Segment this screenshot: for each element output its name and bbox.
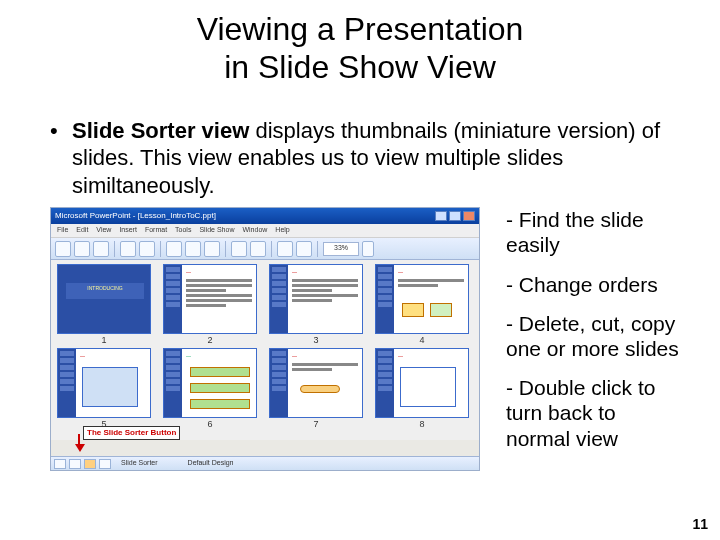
toolbar-table-icon[interactable] bbox=[277, 241, 293, 257]
thumb-num-8: 8 bbox=[375, 418, 469, 430]
thumb-num-2: 2 bbox=[163, 334, 257, 346]
thumb-2[interactable]: — bbox=[163, 264, 257, 334]
pp-statusbar: Slide Sorter Default Design bbox=[51, 456, 479, 470]
thumb-7[interactable]: — bbox=[269, 348, 363, 418]
toolbar-more-icon[interactable] bbox=[362, 241, 374, 257]
menu-edit[interactable]: Edit bbox=[76, 226, 88, 235]
menu-tools[interactable]: Tools bbox=[175, 226, 191, 235]
menu-window[interactable]: Window bbox=[242, 226, 267, 235]
normal-view-icon[interactable] bbox=[54, 459, 66, 469]
thumb-num-7: 7 bbox=[269, 418, 363, 430]
menu-slideshow[interactable]: Slide Show bbox=[199, 226, 234, 235]
content-row: Microsoft PowerPoint - [Lesson_IntroToC.… bbox=[50, 207, 680, 471]
thumb-wrap-8[interactable]: — 8 bbox=[375, 348, 469, 430]
slide-body: • Slide Sorter view displays thumbnails … bbox=[50, 117, 680, 472]
minimize-icon[interactable] bbox=[435, 211, 447, 221]
side-item-3: - Delete, cut, copy one or more slides bbox=[506, 311, 680, 361]
maximize-icon[interactable] bbox=[449, 211, 461, 221]
thumb-num-1: 1 bbox=[57, 334, 151, 346]
thumb-wrap-6[interactable]: — 6 bbox=[163, 348, 257, 430]
toolbar-save-icon[interactable] bbox=[93, 241, 109, 257]
side-item-2: - Change orders bbox=[506, 272, 680, 297]
menu-format[interactable]: Format bbox=[145, 226, 167, 235]
thumb-wrap-5[interactable]: — 5 bbox=[57, 348, 151, 430]
close-icon[interactable] bbox=[463, 211, 475, 221]
toolbar-print-icon[interactable] bbox=[120, 241, 136, 257]
status-label-2: Default Design bbox=[188, 459, 234, 468]
thumb-6[interactable]: — bbox=[163, 348, 257, 418]
screenshot-column: Microsoft PowerPoint - [Lesson_IntroToC.… bbox=[50, 207, 480, 471]
status-label-1: Slide Sorter bbox=[121, 459, 158, 468]
toolbar-new-icon[interactable] bbox=[55, 241, 71, 257]
thumb-1[interactable]: INTRODUCING bbox=[57, 264, 151, 334]
menu-insert[interactable]: Insert bbox=[119, 226, 137, 235]
thumb-wrap-2[interactable]: — 2 bbox=[163, 264, 257, 346]
pp-toolbar: 33% bbox=[51, 238, 479, 260]
menu-file[interactable]: File bbox=[57, 226, 68, 235]
slide-sorter-view-icon[interactable] bbox=[84, 459, 96, 469]
thumb-1-title: INTRODUCING bbox=[66, 283, 144, 299]
menu-view[interactable]: View bbox=[96, 226, 111, 235]
callout-arrow-icon bbox=[75, 444, 85, 452]
toolbar-chart-icon[interactable] bbox=[296, 241, 312, 257]
toolbar-redo-icon[interactable] bbox=[250, 241, 266, 257]
thumb-8[interactable]: — bbox=[375, 348, 469, 418]
outline-view-icon[interactable] bbox=[69, 459, 81, 469]
callout-box: The Slide Sorter Button bbox=[83, 426, 180, 440]
page-number: 11 bbox=[692, 516, 708, 532]
toolbar-copy-icon[interactable] bbox=[185, 241, 201, 257]
thumb-wrap-1[interactable]: INTRODUCING 1 bbox=[57, 264, 151, 346]
menu-help[interactable]: Help bbox=[275, 226, 289, 235]
toolbar-paste-icon[interactable] bbox=[204, 241, 220, 257]
thumb-4[interactable]: — bbox=[375, 264, 469, 334]
pp-titlebar: Microsoft PowerPoint - [Lesson_IntroToC.… bbox=[51, 208, 479, 224]
thumb-wrap-4[interactable]: — 4 bbox=[375, 264, 469, 346]
bullet-text: Slide Sorter view displays thumbnails (m… bbox=[72, 117, 680, 200]
sorter-row-2: — 5 — bbox=[57, 348, 473, 430]
toolbar-preview-icon[interactable] bbox=[139, 241, 155, 257]
side-item-4: - Double click to turn back to normal vi… bbox=[506, 375, 680, 451]
toolbar-cut-icon[interactable] bbox=[166, 241, 182, 257]
sorter-row-1: INTRODUCING 1 — bbox=[57, 264, 473, 346]
zoom-box[interactable]: 33% bbox=[323, 242, 359, 256]
toolbar-open-icon[interactable] bbox=[74, 241, 90, 257]
pp-slide-sorter: INTRODUCING 1 — bbox=[51, 260, 479, 440]
bullet-dot: • bbox=[50, 117, 72, 200]
title-line-1: Viewing a Presentation bbox=[197, 11, 524, 47]
bullet-bold: Slide Sorter view bbox=[72, 118, 249, 143]
thumb-wrap-3[interactable]: — 3 bbox=[269, 264, 363, 346]
thumb-3[interactable]: — bbox=[269, 264, 363, 334]
thumb-num-3: 3 bbox=[269, 334, 363, 346]
pp-menubar: File Edit View Insert Format Tools Slide… bbox=[51, 224, 479, 238]
bullet-1: • Slide Sorter view displays thumbnails … bbox=[50, 117, 680, 200]
thumb-5[interactable]: — bbox=[57, 348, 151, 418]
side-item-1: - Find the slide easily bbox=[506, 207, 680, 257]
title-line-2: in Slide Show View bbox=[224, 49, 496, 85]
slideshow-view-icon[interactable] bbox=[99, 459, 111, 469]
powerpoint-screenshot: Microsoft PowerPoint - [Lesson_IntroToC.… bbox=[50, 207, 480, 471]
slide-title: Viewing a Presentation in Slide Show Vie… bbox=[40, 10, 680, 87]
side-column: - Find the slide easily - Change orders … bbox=[480, 207, 680, 471]
thumb-num-4: 4 bbox=[375, 334, 469, 346]
pp-title-text: Microsoft PowerPoint - [Lesson_IntroToC.… bbox=[55, 211, 216, 221]
thumb-wrap-7[interactable]: — 7 bbox=[269, 348, 363, 430]
slide: Viewing a Presentation in Slide Show Vie… bbox=[0, 0, 720, 540]
toolbar-undo-icon[interactable] bbox=[231, 241, 247, 257]
